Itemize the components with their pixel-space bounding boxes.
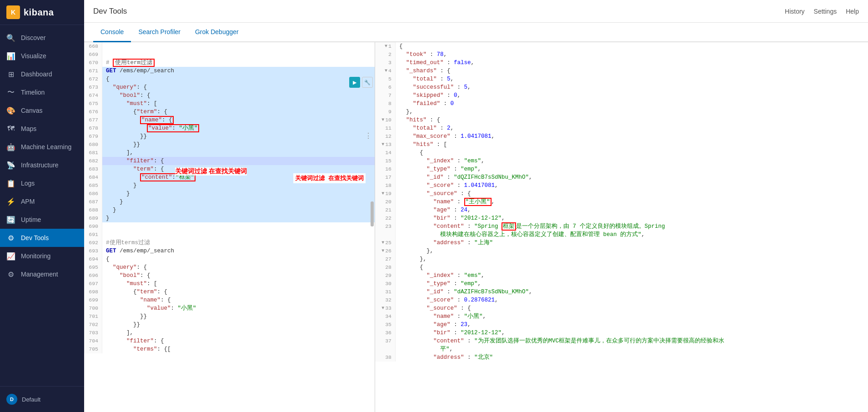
sidebar-item-visualize[interactable]: 📊 Visualize (0, 47, 84, 65)
topbar-actions: History Settings Help (785, 8, 859, 15)
code-line-702: 702 }} (84, 321, 375, 329)
user-item[interactable]: D Default (0, 390, 84, 408)
line-content: "name": { (102, 296, 375, 304)
tab-console[interactable]: Console (93, 23, 131, 42)
sidebar-item-dashboard[interactable]: ⊞ Dashboard (0, 65, 84, 83)
code-line-683: 683 "term": { (84, 165, 375, 173)
code-line-686: 686 } (84, 190, 375, 198)
line-content: "query": { (102, 83, 375, 91)
out-line: 32 "_score" : 0.2876821, (375, 296, 868, 304)
line-content: "filter": { (102, 337, 375, 345)
out-line-number: ▼10 (375, 116, 396, 124)
out-line: 31 "_id" : "dAZIFHcB7sSdNbu_KMhO", (375, 288, 868, 296)
line-number: 698 (84, 288, 102, 296)
out-content: "bir" : "2012-12-12", (396, 329, 868, 337)
collapse-btn[interactable]: ▼ (381, 141, 384, 149)
code-line-698: 698 {"term": { (84, 288, 375, 296)
out-line: 18 "_score" : 1.0417081, (375, 181, 868, 190)
settings-link[interactable]: Settings (814, 8, 837, 15)
maps-icon: 🗺 (6, 124, 15, 133)
sidebar-item-ml[interactable]: 🤖 Machine Learning (0, 138, 84, 156)
run-button[interactable]: ▶ (349, 77, 360, 88)
code-line-685: 685 } (84, 181, 375, 190)
code-line-690: 690 (84, 222, 375, 231)
line-content: #使用terms过滤 (102, 239, 375, 247)
collapse-btn[interactable]: ▼ (385, 42, 387, 50)
code-line: 668 (84, 42, 375, 50)
tab-search-profiler[interactable]: Search Profiler (131, 23, 188, 42)
out-content: "timed_out" : false, (396, 59, 868, 67)
vertical-scrollbar[interactable] (371, 201, 374, 226)
sidebar-item-label: Dashboard (21, 70, 52, 78)
out-content: }, (396, 108, 868, 116)
editor-panel: 668 669 670 # 使用term过滤 671 GET /ems/emp/… (84, 42, 375, 412)
code-line-699: 699 "name": { (84, 296, 375, 304)
main-area: Dev Tools History Settings Help Console … (84, 0, 868, 412)
sidebar-item-canvas[interactable]: 🎨 Canvas (0, 101, 84, 120)
sidebar-item-discover[interactable]: 🔍 Discover (0, 29, 84, 47)
collapse-btn[interactable]: ▼ (381, 116, 384, 124)
line-number: 697 (84, 280, 102, 288)
out-line: 27 }, (375, 255, 868, 263)
out-content: "_shards" : { (396, 67, 868, 75)
out-content: "failed" : 0 (396, 100, 868, 108)
out-content: "_id" : "dQZIFHcB7sSdNbu_KMhO", (396, 173, 868, 181)
wrench-button[interactable]: 🔧 (362, 77, 373, 88)
out-line-number: 27 (375, 255, 396, 263)
line-content: "term": { (102, 165, 375, 173)
out-line: 35 "age" : 23, (375, 321, 868, 329)
sidebar-item-logs[interactable]: 📋 Logs (0, 174, 84, 192)
line-content: {"term": { (102, 288, 375, 296)
collapse-btn[interactable]: ▼ (381, 304, 384, 312)
sidebar-item-timelion[interactable]: 〜 Timelion (0, 83, 84, 101)
out-content: "_index" : "ems", (396, 271, 868, 280)
history-link[interactable]: History (785, 8, 805, 15)
out-line-number: 8 (375, 100, 396, 108)
code-line-677: 677 "name": { (84, 116, 375, 124)
out-line: 7 "skipped" : 0, (375, 91, 868, 100)
collapse-btn[interactable]: ▼ (385, 67, 387, 75)
editor-content[interactable]: 668 669 670 # 使用term过滤 671 GET /ems/emp/… (84, 42, 375, 412)
out-line: 平", (375, 345, 868, 353)
sidebar-item-label: Discover (21, 34, 45, 41)
collapse-btn[interactable]: ▼ (381, 247, 384, 255)
code-line-674: 674 "bool": { (84, 91, 375, 100)
output-content[interactable]: ▼1 { 2 "took" : 78, 3 "timed_out" : fals… (375, 42, 868, 412)
out-line: 3 "timed_out" : false, (375, 59, 868, 67)
sidebar-item-label: Infrastructure (21, 161, 58, 169)
sidebar-item-label: Machine Learning (21, 143, 71, 151)
sidebar-item-monitoring[interactable]: 📈 Monitoring (0, 247, 84, 265)
out-line: 30 "_type" : "emp", (375, 280, 868, 288)
out-content: "age" : 23, (396, 321, 868, 329)
sidebar-item-apm[interactable]: ⚡ APM (0, 192, 84, 211)
sidebar-item-infrastructure[interactable]: 📡 Infrastructure (0, 156, 84, 174)
sidebar-item-management[interactable]: ⚙ Management (0, 265, 84, 283)
out-content: }, (396, 255, 868, 263)
out-content: "content" : "为开发团队选择一款优秀的MVC框架是件难事儿，在众多可… (396, 337, 868, 345)
out-line: 12 "max_score" : 1.0417081, (375, 132, 868, 141)
code-line-695: 695 "query": { (84, 263, 375, 271)
out-line-number: 36 (375, 329, 396, 337)
collapse-btn[interactable]: ▼ (381, 239, 384, 247)
collapse-btn[interactable]: ▼ (381, 190, 384, 198)
line-content: "terms": {[ (102, 345, 375, 353)
out-content: "_source" : { (396, 190, 868, 198)
out-line-number: 35 (375, 321, 396, 329)
sidebar-item-devtools[interactable]: ⚙ Dev Tools (0, 229, 84, 247)
sidebar-item-label: Uptime (21, 216, 41, 223)
line-number: 705 (84, 345, 102, 353)
kibana-logo-text: kibana (24, 7, 54, 18)
line-number: 691 (84, 231, 102, 239)
line-number: 671 (84, 67, 102, 75)
tab-grok-debugger[interactable]: Grok Debugger (188, 23, 246, 42)
out-content: "skipped" : 0, (396, 91, 868, 100)
line-number: 679 (84, 132, 102, 141)
out-content: "bir" : "2012-12-12", (396, 214, 868, 222)
sidebar-item-maps[interactable]: 🗺 Maps (0, 120, 84, 138)
more-options-dots[interactable]: ⋮ (365, 131, 372, 141)
sidebar-item-uptime[interactable]: 🔄 Uptime (0, 211, 84, 229)
line-number: 674 (84, 91, 102, 100)
line-number: 685 (84, 181, 102, 190)
line-content: } (102, 198, 375, 206)
help-link[interactable]: Help (846, 8, 859, 15)
